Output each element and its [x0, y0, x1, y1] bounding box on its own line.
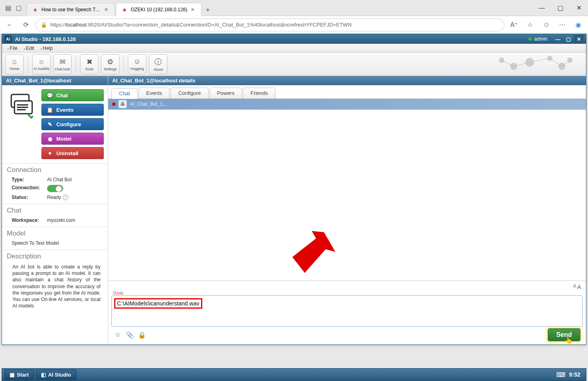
tool-chat-bots[interactable]: ✉Chat bots [53, 54, 72, 74]
tab-friends[interactable]: Friends [243, 88, 275, 98]
tool-home[interactable]: ⌂Home [5, 54, 24, 74]
chat-participant-label: AI_Chat_Bot_1... [130, 101, 167, 107]
uninstall-button[interactable]: ♥Uninstall [41, 147, 104, 159]
events-icon: 📋 [47, 107, 53, 113]
close-window-button[interactable]: ✕ [569, 0, 588, 16]
menu-edit[interactable]: Edit [21, 45, 37, 51]
events-button[interactable]: 📋Events [41, 104, 104, 116]
tool-ai-models[interactable]: ☼AI models [32, 54, 51, 74]
app-icon: AI [4, 35, 12, 43]
configure-icon: ✎ [47, 121, 53, 127]
detail-tabs: Chat Events Configure Powers Friends [108, 85, 586, 98]
favicon-icon: ◆ [121, 6, 127, 13]
app-window: AI AI Studio - 192.168.0.126 admin — ▢ ✕… [2, 34, 586, 345]
tab-overview-icon[interactable]: ▢ [15, 5, 22, 11]
tools-icon: ✖ [86, 57, 93, 66]
tool-about[interactable]: ⓘAbout [149, 54, 167, 74]
bot-icon [6, 89, 38, 125]
tab-chat[interactable]: Chat [111, 88, 138, 99]
tool-tools[interactable]: ✖Tools [80, 54, 99, 74]
start-button[interactable]: ▦Start [4, 369, 34, 380]
browser-toolbar: ← ⟳ 🔒 https://localhost:9520/AI/Studio/?… [0, 16, 588, 34]
tab-actions-icon[interactable]: ▤ [5, 5, 11, 11]
send-button[interactable]: Send 👆 [548, 328, 580, 341]
tab-title: OZEKI 10 (192.168.0.126) [131, 7, 187, 12]
chat-participant-row[interactable]: 🖶 AI_Chat_Bot_1... [108, 98, 586, 110]
menu-icon[interactable]: ⋯ [556, 18, 569, 31]
taskbar-clock: 9:52 [566, 371, 584, 378]
main-panel: AI_Chat_Bot_1@localhost details Chat Eve… [108, 76, 586, 344]
ai-models-icon: ☼ [38, 57, 45, 66]
user-badge[interactable]: admin [528, 36, 547, 42]
favorites-bar-icon[interactable]: ✩ [540, 18, 553, 31]
font-size-controls[interactable]: AA [111, 283, 583, 291]
minimize-window-button[interactable]: — [532, 0, 551, 16]
close-icon[interactable]: ✕ [104, 7, 110, 12]
browser-tab-active[interactable]: ◆ OZEKI 10 (192.168.0.126) ✕ [116, 3, 201, 16]
model-button[interactable]: ◉Model [41, 133, 104, 145]
browser-tabs: ◆ How to use the Speech To Text m ✕ ◆ OZ… [27, 0, 532, 16]
app-task-icon: ◧ [41, 372, 46, 378]
attachment-icon[interactable]: 📎 [126, 331, 134, 339]
main-header: AI_Chat_Bot_1@localhost details [108, 76, 586, 85]
menu-file[interactable]: File [4, 45, 21, 51]
maximize-window-button[interactable]: ▢ [551, 0, 569, 16]
message-input[interactable]: C:\AIModels\icanunderstand.wav [111, 295, 583, 327]
copilot-icon[interactable]: ◉ [572, 18, 585, 31]
browser-tab-inactive[interactable]: ◆ How to use the Speech To Text m ✕ [27, 3, 115, 16]
chat-button[interactable]: 💬Chat [41, 89, 104, 101]
uninstall-icon: ♥ [47, 150, 53, 156]
favorite-icon[interactable]: ☆ [524, 18, 537, 31]
info-icon: ⓘ [154, 57, 162, 67]
tab-events[interactable]: Events [138, 88, 170, 98]
app-titlebar: AI AI Studio - 192.168.0.126 admin — ▢ ✕ [2, 34, 586, 44]
close-icon[interactable]: ✕ [191, 7, 196, 12]
hugging-icon: ☺ [134, 57, 141, 66]
favicon-icon: ◆ [32, 6, 38, 13]
lock-icon[interactable]: 🔒 [138, 331, 146, 339]
connection-type-value: AI Chat Bot [47, 177, 72, 182]
gear-icon: ⚙ [107, 57, 113, 66]
address-bar[interactable]: 🔒 https://localhost:9520/AI/Studio/?a=co… [35, 18, 504, 31]
app-toolbar: ⌂Home ☼AI models ✉Chat bots ✖Tools ⚙Sett… [2, 53, 586, 76]
app-title: AI Studio - 192.168.0.126 [15, 36, 528, 42]
help-icon[interactable]: ? [63, 195, 68, 200]
menu-help[interactable]: Help [37, 45, 56, 51]
sidebar: AI_Chat_Bot_1@localhost 💬Chat 📋Events ✎C… [2, 76, 108, 344]
lock-icon: 🔒 [41, 22, 47, 28]
url-text: https://localhost:9520/AI/Studio/?a=conn… [50, 22, 352, 28]
section-title-model: Model [7, 229, 103, 238]
app-close-button[interactable]: ✕ [574, 35, 584, 43]
message-input-text: C:\AIModels\icanunderstand.wav [117, 300, 199, 307]
start-icon: ▦ [10, 372, 14, 378]
refresh-button[interactable]: ⟳ [19, 18, 32, 31]
taskbar-app-button[interactable]: ◧AI Studio [36, 369, 76, 380]
message-input-section: AA Ozeki C:\AIModels\icanunderstand.wav … [108, 281, 586, 344]
app-maximize-button[interactable]: ▢ [563, 35, 573, 43]
tab-configure[interactable]: Configure [171, 88, 208, 98]
input-highlight-annotation: C:\AIModels\icanunderstand.wav [114, 298, 202, 309]
back-button[interactable]: ← [3, 18, 16, 31]
tool-hugging[interactable]: ☺Hugging [128, 54, 146, 74]
svg-line-6 [502, 60, 514, 66]
connection-toggle[interactable] [47, 185, 63, 192]
app-menubar: File Edit Help [2, 44, 586, 53]
annotation-arrow-icon [289, 230, 337, 283]
emoji-icon[interactable]: ☺ [114, 331, 122, 339]
app-minimize-button[interactable]: — [553, 35, 563, 43]
keyboard-icon[interactable]: ⌨ [556, 371, 566, 379]
chat-messages-area [108, 110, 586, 281]
workspace-value: myozeki.com [47, 217, 75, 223]
tab-powers[interactable]: Powers [210, 88, 242, 98]
status-dot-icon [528, 37, 532, 41]
tool-settings[interactable]: ⚙Settings [101, 54, 119, 74]
svg-marker-16 [289, 230, 337, 279]
svg-line-9 [550, 58, 562, 66]
new-tab-button[interactable]: + [202, 5, 214, 16]
read-aloud-icon[interactable]: A⁺ [508, 18, 520, 31]
browser-titlebar: ▤ ▢ ◆ How to use the Speech To Text m ✕ … [0, 0, 588, 16]
input-small-label: Ozeki [111, 291, 583, 295]
tab-title: How to use the Speech To Text m [41, 7, 101, 12]
network-graphic-icon [489, 54, 578, 74]
configure-button[interactable]: ✎Configure [41, 118, 104, 130]
